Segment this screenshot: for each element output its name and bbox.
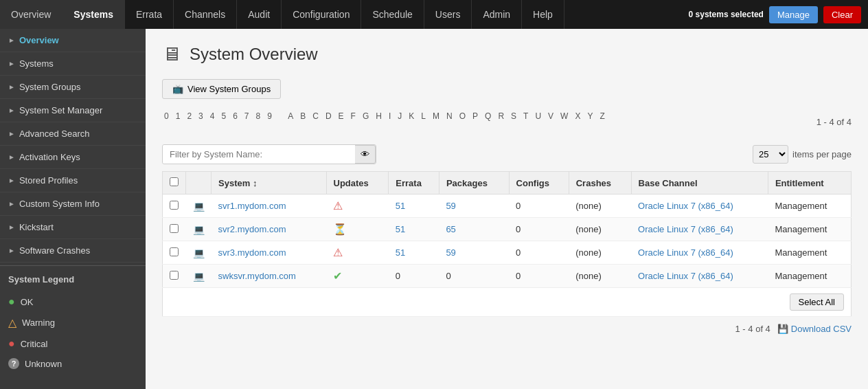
- alpha-I[interactable]: I: [387, 110, 393, 122]
- select-all-cell: Select All: [163, 288, 852, 317]
- alpha-Q[interactable]: Q: [483, 110, 493, 122]
- nav-configuration[interactable]: Configuration: [282, 0, 361, 29]
- alpha-Y[interactable]: Y: [585, 110, 595, 122]
- row-system-name: swksvr.mydom.com: [212, 265, 327, 288]
- table-row: 💻 svr2.mydom.com ⏳ 51 65 0 (none: [163, 218, 852, 241]
- alpha-2[interactable]: 2: [185, 110, 194, 122]
- filter-input[interactable]: [163, 145, 355, 164]
- row-monitor-icon: 💻: [186, 241, 212, 265]
- alpha-7[interactable]: 7: [242, 110, 251, 122]
- row-select-checkbox[interactable]: [170, 224, 179, 233]
- nav-audit[interactable]: Audit: [237, 0, 282, 29]
- row-select-checkbox[interactable]: [170, 271, 179, 280]
- row-errata: 51: [389, 194, 439, 218]
- packages-link[interactable]: 59: [446, 201, 455, 211]
- errata-link[interactable]: 51: [396, 247, 405, 258]
- sidebar-item-system-groups[interactable]: ► System Groups: [0, 76, 146, 99]
- nav-channels[interactable]: Channels: [174, 0, 237, 29]
- system-link[interactable]: svr1.mydom.com: [218, 201, 286, 211]
- nav-overview[interactable]: Overview: [0, 0, 62, 29]
- row-monitor-icon: 💻: [186, 218, 212, 241]
- alpha-W[interactable]: W: [558, 110, 570, 122]
- download-csv-link[interactable]: 💾 Download CSV: [777, 324, 852, 334]
- nav-systems[interactable]: Systems: [62, 0, 125, 29]
- sidebar-item-custom-system-info[interactable]: ► Custom System Info: [0, 192, 146, 216]
- alpha-E[interactable]: E: [336, 110, 346, 122]
- alpha-R[interactable]: R: [496, 110, 506, 122]
- errata-link[interactable]: 51: [396, 224, 405, 234]
- alpha-M[interactable]: M: [431, 110, 442, 122]
- system-link[interactable]: svr2.mydom.com: [218, 224, 286, 234]
- errata-link[interactable]: 51: [396, 201, 405, 211]
- packages-link[interactable]: 59: [446, 247, 455, 258]
- alpha-8[interactable]: 8: [254, 110, 263, 122]
- alpha-D[interactable]: D: [323, 110, 334, 122]
- alpha-L[interactable]: L: [419, 110, 428, 122]
- alpha-K[interactable]: K: [407, 110, 416, 122]
- clear-button[interactable]: Clear: [823, 6, 861, 23]
- row-select-checkbox[interactable]: [170, 247, 179, 256]
- alpha-P[interactable]: P: [470, 110, 480, 122]
- alpha-T[interactable]: T: [521, 110, 530, 122]
- nav-errata[interactable]: Errata: [125, 0, 174, 29]
- alpha-O[interactable]: O: [457, 110, 468, 122]
- alpha-9[interactable]: 9: [265, 110, 274, 122]
- per-page-select[interactable]: 25 50 100: [753, 145, 788, 164]
- row-base-channel: Oracle Linux 7 (x86_64): [631, 265, 768, 288]
- sidebar-item-system-set-manager[interactable]: ► System Set Manager: [0, 99, 146, 122]
- page-title: System Overview: [190, 45, 318, 64]
- pagination-count: 1 - 4 of 4: [816, 117, 852, 127]
- alpha-C[interactable]: C: [310, 110, 321, 122]
- sidebar-item-overview[interactable]: ► Overview: [0, 29, 146, 52]
- alpha-F[interactable]: F: [349, 110, 358, 122]
- system-link[interactable]: svr3.mydom.com: [218, 247, 286, 258]
- alpha-J[interactable]: J: [396, 110, 404, 122]
- legend-unknown-label: Unknown: [25, 359, 62, 369]
- alpha-X[interactable]: X: [573, 110, 582, 122]
- th-errata: Errata: [389, 172, 439, 194]
- alpha-S[interactable]: S: [509, 110, 518, 122]
- alpha-U[interactable]: U: [533, 110, 543, 122]
- filter-eye-button[interactable]: 👁: [355, 145, 376, 164]
- manage-button[interactable]: Manage: [769, 6, 818, 23]
- alpha-H[interactable]: H: [374, 110, 384, 122]
- channel-link[interactable]: Oracle Linux 7 (x86_64): [638, 247, 733, 258]
- select-all-checkbox[interactable]: [170, 177, 179, 186]
- nav-admin[interactable]: Admin: [472, 0, 522, 29]
- alpha-G[interactable]: G: [361, 110, 371, 122]
- alpha-V[interactable]: V: [546, 110, 556, 122]
- sidebar-item-label: Stored Profiles: [19, 175, 78, 186]
- sidebar-item-advanced-search[interactable]: ► Advanced Search: [0, 122, 146, 146]
- alpha-N[interactable]: N: [444, 110, 455, 122]
- alpha-0[interactable]: 0: [162, 110, 171, 122]
- alpha-1[interactable]: 1: [174, 110, 183, 122]
- nav-users[interactable]: Users: [424, 0, 472, 29]
- row-system-name: svr2.mydom.com: [212, 218, 327, 241]
- sidebar-item-activation-keys[interactable]: ► Activation Keys: [0, 146, 146, 169]
- legend-unknown: ? Unknown: [8, 354, 137, 373]
- system-link[interactable]: swksvr.mydom.com: [218, 271, 296, 281]
- nav-help[interactable]: Help: [522, 0, 564, 29]
- row-crashes: (none): [569, 194, 631, 218]
- packages-link[interactable]: 65: [446, 224, 455, 234]
- sidebar-item-software-crashes[interactable]: ► Software Crashes: [0, 239, 146, 263]
- channel-link[interactable]: Oracle Linux 7 (x86_64): [638, 224, 733, 234]
- nav-schedule[interactable]: Schedule: [361, 0, 424, 29]
- th-system[interactable]: System ↕: [212, 172, 327, 194]
- alpha-B[interactable]: B: [298, 110, 308, 122]
- th-checkbox: [163, 172, 186, 194]
- alpha-5[interactable]: 5: [219, 110, 228, 122]
- alpha-3[interactable]: 3: [196, 110, 205, 122]
- view-system-groups-button[interactable]: 📺 View System Groups: [162, 79, 281, 99]
- row-select-checkbox[interactable]: [170, 201, 179, 210]
- channel-link[interactable]: Oracle Linux 7 (x86_64): [638, 201, 733, 211]
- alpha-4[interactable]: 4: [208, 110, 217, 122]
- sidebar-item-systems[interactable]: ► Systems: [0, 52, 146, 76]
- alpha-Z[interactable]: Z: [597, 110, 606, 122]
- select-all-button[interactable]: Select All: [790, 293, 844, 311]
- sidebar-item-stored-profiles[interactable]: ► Stored Profiles: [0, 169, 146, 192]
- channel-link[interactable]: Oracle Linux 7 (x86_64): [638, 271, 733, 281]
- alpha-6[interactable]: 6: [231, 110, 240, 122]
- alpha-A[interactable]: A: [286, 110, 295, 122]
- sidebar-item-kickstart[interactable]: ► Kickstart: [0, 216, 146, 239]
